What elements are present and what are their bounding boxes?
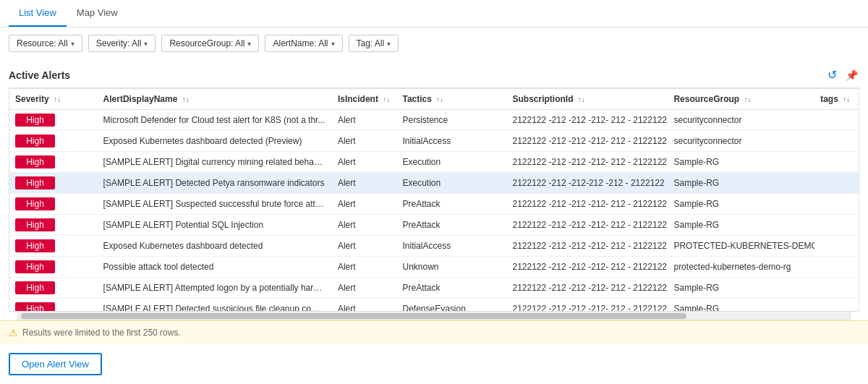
chevron-down-icon: ▾ bbox=[71, 40, 75, 48]
horizontal-scrollbar[interactable] bbox=[17, 312, 851, 320]
filter-alertname[interactable]: AlertName: All ▾ bbox=[265, 35, 342, 52]
col-header-severity[interactable]: Severity ↑↓ bbox=[9, 89, 98, 110]
cell-resourcegroup: Sample-RG bbox=[668, 194, 814, 215]
severity-badge: High bbox=[15, 302, 55, 312]
cell-resourcegroup: Sample-RG bbox=[668, 278, 814, 299]
cell-resourcegroup: PROTECTED-KUBERNETES-DEMO-RG bbox=[668, 236, 814, 257]
chevron-down-icon: ▾ bbox=[247, 40, 251, 48]
cell-isincident: Alert bbox=[332, 194, 397, 215]
cell-resourcegroup: securityconnector bbox=[668, 131, 814, 152]
cell-severity: High bbox=[9, 299, 98, 312]
table-row[interactable]: High [SAMPLE ALERT] Detected Petya ranso… bbox=[9, 173, 859, 194]
cell-isincident: Alert bbox=[332, 152, 397, 173]
table-row[interactable]: High Exposed Kubernetes dashboard detect… bbox=[9, 236, 859, 257]
cell-tactics: DefenseEvasion bbox=[396, 299, 506, 312]
cell-tactics: Persistence bbox=[396, 110, 506, 131]
warning-icon: ⚠ bbox=[9, 327, 18, 338]
severity-badge: High bbox=[15, 260, 55, 273]
table-row[interactable]: High [SAMPLE ALERT] Suspected successful… bbox=[9, 194, 859, 215]
severity-badge: High bbox=[15, 281, 55, 294]
cell-tags bbox=[814, 110, 859, 131]
chevron-down-icon: ▾ bbox=[331, 40, 335, 48]
cell-resourcegroup: Sample-RG bbox=[668, 173, 814, 194]
sort-icon: ↑↓ bbox=[744, 95, 751, 103]
cell-tactics: PreAttack bbox=[396, 215, 506, 236]
cell-tactics: InitialAccess bbox=[396, 236, 506, 257]
col-header-subscription[interactable]: SubscriptionId ↑↓ bbox=[506, 89, 668, 110]
cell-resourcegroup: Sample-RG bbox=[668, 152, 814, 173]
table-container: Severity ↑↓ AlertDisplayName ↑↓ IsIncide… bbox=[0, 88, 868, 320]
cell-alertname: Microsoft Defender for Cloud test alert … bbox=[98, 110, 332, 131]
table-row[interactable]: High Microsoft Defender for Cloud test a… bbox=[9, 110, 859, 131]
cell-tactics: Execution bbox=[396, 173, 506, 194]
cell-isincident: Alert bbox=[332, 278, 397, 299]
undo-icon[interactable]: ↺ bbox=[826, 67, 838, 83]
table-row[interactable]: High Possible attack tool detected Alert… bbox=[9, 257, 859, 278]
cell-alertname: Exposed Kubernetes dashboard detected bbox=[98, 236, 332, 257]
cell-isincident: Alert bbox=[332, 131, 397, 152]
cell-subscription: 2122122 -212 -212 -212- 212 - 2122122 bbox=[506, 215, 668, 236]
cell-severity: High bbox=[9, 173, 98, 194]
cell-tags bbox=[814, 131, 859, 152]
severity-badge: High bbox=[15, 197, 55, 210]
cell-tags bbox=[814, 236, 859, 257]
cell-tactics: PreAttack bbox=[396, 194, 506, 215]
cell-subscription: 2122122 -212 -212 -212- 212 - 2122122 bbox=[506, 131, 668, 152]
tab-map-view[interactable]: Map View bbox=[67, 0, 128, 27]
cell-isincident: Alert bbox=[332, 215, 397, 236]
cell-tactics: Execution bbox=[396, 152, 506, 173]
filter-resourcegroup[interactable]: ResourceGroup: All ▾ bbox=[161, 35, 259, 52]
section-title: Active Alerts bbox=[9, 69, 70, 81]
cell-isincident: Alert bbox=[332, 236, 397, 257]
cell-resourcegroup: Sample-RG bbox=[668, 215, 814, 236]
cell-alertname: Exposed Kubernetes dashboard detected (P… bbox=[98, 131, 332, 152]
sort-icon: ↑↓ bbox=[436, 95, 443, 103]
col-header-tags[interactable]: tags ↑↓ bbox=[814, 89, 859, 110]
cell-isincident: Alert bbox=[332, 173, 397, 194]
col-header-resourcegroup[interactable]: ResourceGroup ↑↓ bbox=[668, 89, 814, 110]
cell-resourcegroup: protected-kubernetes-demo-rg bbox=[668, 257, 814, 278]
chevron-down-icon: ▾ bbox=[387, 40, 391, 48]
table-row[interactable]: High Exposed Kubernetes dashboard detect… bbox=[9, 131, 859, 152]
cell-tags bbox=[814, 173, 859, 194]
tab-list-view[interactable]: List View bbox=[9, 0, 67, 27]
open-alert-view-button[interactable]: Open Alert View bbox=[9, 353, 102, 375]
severity-badge: High bbox=[15, 176, 55, 189]
filter-tag[interactable]: Tag: All ▾ bbox=[349, 35, 399, 52]
pin-icon[interactable]: 📌 bbox=[844, 68, 859, 82]
footer-btn-row: Open Alert View bbox=[0, 344, 868, 384]
cell-tags bbox=[814, 152, 859, 173]
table-row[interactable]: High [SAMPLE ALERT] Detected suspicious … bbox=[9, 299, 859, 312]
col-header-isincident[interactable]: IsIncident ↑↓ bbox=[332, 89, 397, 110]
cell-severity: High bbox=[9, 215, 98, 236]
table-row[interactable]: High [SAMPLE ALERT] Digital currency min… bbox=[9, 152, 859, 173]
table-row[interactable]: High [SAMPLE ALERT] Attempted logon by a… bbox=[9, 278, 859, 299]
top-tabs-bar: List View Map View bbox=[0, 0, 868, 27]
cell-tags bbox=[814, 257, 859, 278]
sort-icon: ↑↓ bbox=[54, 95, 61, 103]
cell-resourcegroup: securityconnector bbox=[668, 110, 814, 131]
cell-severity: High bbox=[9, 152, 98, 173]
cell-subscription: 2122122 -212 -212 -212- 212 - 2122122 bbox=[506, 110, 668, 131]
scrollbar-thumb bbox=[21, 313, 686, 319]
cell-subscription: 2122122 -212 -212 -212- 212 - 2122122 bbox=[506, 194, 668, 215]
sort-icon: ↑↓ bbox=[383, 95, 390, 103]
cell-severity: High bbox=[9, 110, 98, 131]
cell-alertname: [SAMPLE ALERT] Digital currency mining r… bbox=[98, 152, 332, 173]
cell-alertname: [SAMPLE ALERT] Detected Petya ransomware… bbox=[98, 173, 332, 194]
col-header-alertname[interactable]: AlertDisplayName ↑↓ bbox=[98, 89, 332, 110]
filter-severity[interactable]: Severity: All ▾ bbox=[88, 35, 156, 52]
scroll-wrapper[interactable]: Severity ↑↓ AlertDisplayName ↑↓ IsIncide… bbox=[9, 88, 859, 312]
cell-tactics: PreAttack bbox=[396, 278, 506, 299]
cell-alertname: [SAMPLE ALERT] Potential SQL Injection bbox=[98, 215, 332, 236]
col-header-tactics[interactable]: Tactics ↑↓ bbox=[396, 89, 506, 110]
chevron-down-icon: ▾ bbox=[144, 40, 148, 48]
filter-resource[interactable]: Resource: All ▾ bbox=[9, 35, 82, 52]
section-actions: ↺ 📌 bbox=[826, 67, 859, 83]
table-row[interactable]: High [SAMPLE ALERT] Potential SQL Inject… bbox=[9, 215, 859, 236]
severity-badge: High bbox=[15, 218, 55, 231]
cell-isincident: Alert bbox=[332, 110, 397, 131]
cell-subscription: 2122122 -212 -212 -212- 212 - 2122122 bbox=[506, 236, 668, 257]
cell-tactics: Unknown bbox=[396, 257, 506, 278]
footer-warning-text: Results were limited to the first 250 ro… bbox=[22, 328, 181, 338]
